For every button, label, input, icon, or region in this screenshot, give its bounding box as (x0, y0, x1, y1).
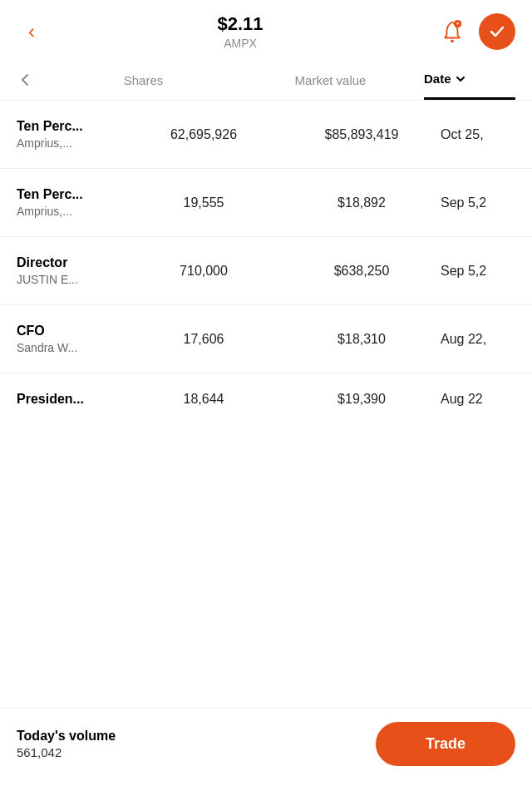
row-label-3: CFO Sandra W... (17, 324, 125, 354)
row-market-0: $85,893,419 (283, 127, 441, 142)
row-date-4: Aug 22 (441, 392, 515, 407)
row-name-2: JUSTIN E... (17, 273, 125, 286)
row-shares-2: 710,000 (125, 264, 283, 279)
row-shares-0: 62,695,926 (125, 127, 283, 142)
row-name-3: Sandra W... (17, 341, 125, 354)
row-date-0: Oct 25, (441, 127, 515, 142)
table-header: Shares Market value Date (0, 60, 532, 101)
row-market-4: $19,390 (283, 392, 441, 407)
row-label-0: Ten Perc... Amprius,... (17, 119, 125, 150)
volume-label: Today's volume (17, 729, 116, 744)
row-role-1: Ten Perc... (17, 187, 125, 202)
row-role-4: Presiden... (17, 392, 125, 407)
col-header-shares[interactable]: Shares (50, 62, 237, 99)
stock-ticker: AMPX (47, 37, 434, 50)
volume-info: Today's volume 561,042 (17, 729, 116, 759)
table-back-button[interactable] (17, 60, 50, 100)
table-row-partial: Presiden... 18,644 $19,390 Aug 22 (0, 373, 532, 407)
svg-text:+: + (456, 21, 460, 27)
row-shares-4: 18,644 (125, 392, 283, 407)
footer: Today's volume 561,042 Trade (0, 708, 532, 786)
row-role-2: Director (17, 255, 125, 270)
col-header-market-value[interactable]: Market value (237, 62, 424, 99)
row-market-2: $638,250 (283, 264, 441, 279)
row-label-2: Director JUSTIN E... (17, 255, 125, 286)
back-chevron-icon: ‹ (28, 20, 35, 43)
table-row: Ten Perc... Amprius,... 19,555 $18,892 S… (0, 169, 532, 237)
row-label-4: Presiden... (17, 392, 125, 407)
row-market-3: $18,310 (283, 332, 441, 347)
sort-desc-icon (455, 73, 466, 85)
row-label-1: Ten Perc... Amprius,... (17, 187, 125, 218)
table-row: Director JUSTIN E... 710,000 $638,250 Se… (0, 237, 532, 305)
row-role-0: Ten Perc... (17, 119, 125, 134)
app-header: ‹ $2.11 AMPX + (0, 0, 532, 60)
notification-button[interactable]: + (434, 13, 470, 50)
row-date-1: Sep 5,2 (441, 195, 515, 210)
row-shares-3: 17,606 (125, 332, 283, 347)
back-button[interactable]: ‹ (17, 17, 47, 47)
row-shares-1: 19,555 (125, 195, 283, 210)
header-icons: + (434, 13, 515, 50)
svg-point-0 (451, 39, 454, 42)
row-name-1: Amprius,... (17, 205, 125, 218)
row-market-1: $18,892 (283, 195, 441, 210)
bell-icon: + (440, 19, 465, 44)
header-center: $2.11 AMPX (47, 13, 434, 50)
volume-value: 561,042 (17, 745, 116, 759)
row-date-3: Aug 22, (441, 332, 515, 347)
checkmark-icon (487, 22, 507, 42)
confirm-button[interactable] (479, 13, 515, 50)
arrow-left-icon (17, 72, 33, 88)
table-row: CFO Sandra W... 17,606 $18,310 Aug 22, (0, 305, 532, 373)
stock-price: $2.11 (47, 13, 434, 35)
row-role-3: CFO (17, 324, 125, 339)
col-header-date[interactable]: Date (424, 60, 515, 100)
trade-button[interactable]: Trade (376, 722, 515, 766)
table-row: Ten Perc... Amprius,... 62,695,926 $85,8… (0, 101, 532, 169)
row-date-2: Sep 5,2 (441, 264, 515, 279)
table-body: Ten Perc... Amprius,... 62,695,926 $85,8… (0, 101, 532, 407)
row-name-0: Amprius,... (17, 136, 125, 150)
